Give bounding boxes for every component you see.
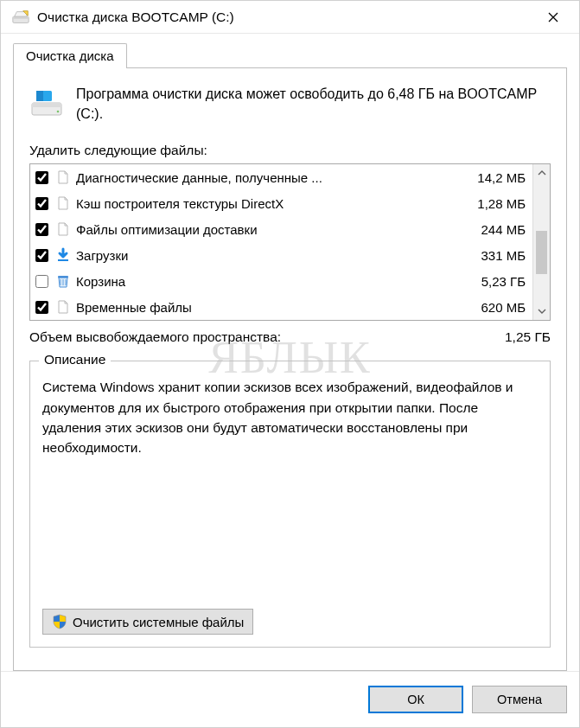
intro-text: Программа очистки диска может освободить…: [76, 84, 551, 124]
scroll-down-icon[interactable]: [534, 303, 550, 319]
disk-cleanup-window: Очистка диска BOOTCAMP (C:) Очистка диск…: [0, 0, 580, 728]
summary-value: 1,25 ГБ: [505, 329, 551, 345]
scroll-track[interactable]: [533, 181, 550, 303]
tab-strip: Очистка диска: [13, 41, 567, 68]
file-size: 1,28 МБ: [477, 196, 526, 211]
file-list-body[interactable]: Диагностические данные, полученные ...14…: [30, 164, 532, 320]
description-group: Описание Система Windows хранит копии эс…: [29, 361, 551, 648]
file-icon: [55, 299, 71, 315]
svg-rect-8: [58, 276, 68, 278]
svg-rect-7: [58, 259, 68, 261]
svg-point-4: [57, 111, 60, 113]
file-list: Диагностические данные, полученные ...14…: [29, 163, 551, 321]
file-checkbox[interactable]: [35, 275, 48, 288]
file-name: Диагностические данные, полученные ...: [76, 170, 472, 185]
file-icon: [55, 221, 71, 237]
file-size: 14,2 МБ: [477, 170, 526, 185]
ok-button[interactable]: ОК: [368, 686, 463, 713]
close-icon: [548, 12, 558, 22]
file-checkbox[interactable]: [35, 197, 48, 210]
cleanup-system-files-label: Очистить системные файлы: [73, 615, 244, 629]
scrollbar[interactable]: [532, 164, 550, 320]
cancel-button[interactable]: Отмена: [472, 686, 567, 713]
tab-disk-cleanup[interactable]: Очистка диска: [13, 43, 127, 68]
file-name: Временные файлы: [76, 300, 475, 315]
file-size: 331 МБ: [481, 248, 526, 263]
disk-cleanup-icon: [11, 8, 30, 27]
list-item[interactable]: Кэш построителя текстуры DirectX1,28 МБ: [30, 190, 532, 216]
list-item[interactable]: Корзина5,23 ГБ: [30, 268, 532, 294]
scroll-up-icon[interactable]: [534, 165, 550, 181]
summary-row: Объем высвобождаемого пространства: 1,25…: [29, 329, 551, 345]
file-name: Корзина: [76, 274, 476, 289]
shield-icon: [52, 614, 67, 629]
window-title: Очистка диска BOOTCAMP (C:): [37, 10, 534, 25]
list-item[interactable]: Временные файлы620 МБ: [30, 294, 532, 320]
drive-icon: [29, 86, 64, 120]
svg-rect-6: [36, 91, 43, 101]
svg-rect-3: [32, 103, 61, 107]
file-size: 5,23 ГБ: [481, 274, 526, 289]
description-text: Система Windows хранит копии эскизов все…: [42, 377, 538, 602]
file-name: Загрузки: [76, 248, 475, 263]
file-checkbox[interactable]: [35, 223, 48, 236]
file-checkbox[interactable]: [35, 301, 48, 314]
file-checkbox[interactable]: [35, 249, 48, 262]
dialog-buttons: ОК Отмена: [1, 671, 579, 727]
file-size: 620 МБ: [481, 300, 526, 315]
scroll-thumb[interactable]: [536, 231, 547, 274]
file-name: Кэш построителя текстуры DirectX: [76, 196, 472, 211]
download-icon: [55, 247, 71, 263]
file-icon: [55, 195, 71, 211]
files-header: Удалить следующие файлы:: [29, 143, 551, 158]
dialog-content: Очистка диска ЯБЛЫК Программа очистки ди…: [1, 34, 579, 671]
bin-icon: [55, 273, 71, 289]
file-size: 244 МБ: [481, 222, 526, 237]
list-item[interactable]: Загрузки331 МБ: [30, 242, 532, 268]
tab-page: ЯБЛЫК Программа очистки диска может осво…: [13, 67, 567, 671]
description-legend: Описание: [39, 352, 111, 367]
cleanup-system-files-button[interactable]: Очистить системные файлы: [42, 609, 253, 635]
summary-label: Объем высвобождаемого пространства:: [29, 329, 281, 345]
intro-row: Программа очистки диска может освободить…: [29, 84, 551, 124]
list-item[interactable]: Диагностические данные, полученные ...14…: [30, 164, 532, 190]
close-button[interactable]: [534, 4, 572, 30]
titlebar: Очистка диска BOOTCAMP (C:): [1, 1, 579, 34]
file-checkbox[interactable]: [35, 171, 48, 184]
list-item[interactable]: Файлы оптимизации доставки244 МБ: [30, 216, 532, 242]
file-icon: [55, 169, 71, 185]
file-name: Файлы оптимизации доставки: [76, 222, 475, 237]
